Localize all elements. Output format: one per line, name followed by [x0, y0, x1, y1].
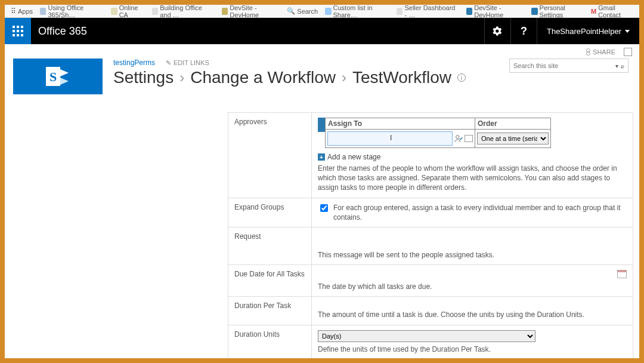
bookmark-apps[interactable]: ⠿ Apps: [8, 6, 35, 17]
bookmark-label: Personal Settings: [540, 4, 584, 19]
site-logo[interactable]: S: [13, 59, 103, 94]
edit-links-label: EDIT LINKS: [174, 59, 209, 66]
settings-button[interactable]: [484, 18, 510, 44]
bookmark-item[interactable]: 🔍Search: [284, 6, 320, 17]
duration-units-select[interactable]: Day(s): [318, 330, 535, 342]
add-stage-button[interactable]: + Add a new stage: [318, 153, 627, 161]
favicon-icon: [222, 8, 228, 15]
label-due-date: Due Date for All Tasks: [228, 265, 312, 297]
help-button[interactable]: ?: [510, 18, 537, 44]
edit-links-button[interactable]: ✎ EDIT LINKS: [166, 59, 209, 67]
focus-button[interactable]: [624, 48, 632, 56]
bookmark-label: Using Office 365/Sh…: [48, 4, 104, 19]
row-cc: CC Notify these people when the workflow…: [228, 359, 633, 363]
favicon-icon: [325, 8, 331, 15]
bookmark-label: Building Office and …: [160, 4, 215, 19]
text-cursor-icon: I: [390, 134, 392, 142]
search-icon[interactable]: ⌕: [620, 63, 626, 69]
pencil-icon: ✎: [166, 59, 171, 67]
svg-rect-2: [21, 26, 23, 28]
sharepoint-icon: S: [44, 62, 72, 91]
expand-groups-text: For each group entered, assign a task to…: [333, 203, 627, 222]
gmail-icon: M: [591, 8, 596, 15]
brand-title: Office 365: [31, 25, 87, 38]
due-date-help: The date by which all tasks are due.: [318, 282, 627, 291]
row-duration-per-task: Duration Per Task The amount of time unt…: [228, 297, 633, 325]
svg-rect-3: [13, 30, 15, 32]
bookmark-label: Seller Dashboard - …: [404, 4, 459, 19]
favicon-icon: [111, 8, 117, 15]
row-approvers: Approvers Assign To Order: [228, 113, 633, 198]
label-approvers: Approvers: [228, 113, 312, 198]
chevron-right-icon: ›: [179, 69, 184, 86]
svg-rect-6: [13, 34, 15, 36]
bookmark-label: Gmail Contact: [598, 4, 633, 19]
svg-text:S: S: [49, 69, 57, 84]
waffle-icon: [13, 26, 23, 36]
bookmark-item[interactable]: DevSite - DevHome: [219, 6, 282, 17]
search-input[interactable]: [512, 61, 614, 70]
page-header: S testingPerms ✎ EDIT LINKS Settings › C…: [5, 56, 639, 100]
breadcrumb-settings[interactable]: Settings: [113, 68, 174, 87]
plus-icon: +: [318, 153, 325, 161]
breadcrumb-change-workflow[interactable]: Change a Workflow: [190, 68, 336, 87]
suite-bar: Office 365 ? TheSharePointHelper: [5, 18, 639, 44]
bookmark-item[interactable]: Online CA: [109, 6, 147, 17]
browse-people-icon[interactable]: [465, 135, 473, 142]
chevron-right-icon: ›: [342, 69, 346, 86]
gear-icon: [492, 26, 503, 36]
page-actions: SHARE: [5, 44, 639, 56]
check-names-icon[interactable]: [454, 134, 463, 143]
favicon-icon: [397, 8, 402, 15]
bookmark-item[interactable]: Building Office and …: [150, 6, 217, 17]
row-request: Request This message will be sent to the…: [228, 227, 633, 264]
app-launcher-button[interactable]: [5, 18, 31, 44]
approvers-help: Enter the names of the people to whom th…: [318, 164, 627, 193]
order-select[interactable]: One at a time (serial): [477, 133, 549, 144]
favicon-icon: [40, 8, 46, 15]
duration-units-help: Define the units of time used by the Dur…: [318, 344, 627, 354]
request-help: This message will be sent to the people …: [318, 250, 627, 260]
info-icon[interactable]: i: [457, 73, 466, 82]
favicon-icon: [531, 8, 537, 15]
duration-per-task-help: The amount of time until a task is due. …: [318, 310, 627, 319]
svg-rect-1: [17, 26, 19, 28]
share-icon: [583, 48, 590, 56]
user-name: TheSharePointHelper: [547, 27, 621, 36]
row-due-date: Due Date for All Tasks The date by which…: [228, 265, 633, 297]
bookmark-item[interactable]: DevSite - DevHome: [464, 6, 527, 17]
user-menu[interactable]: TheSharePointHelper: [537, 18, 639, 44]
share-button[interactable]: SHARE: [583, 48, 615, 56]
site-search[interactable]: ▾ ⌕: [509, 59, 628, 73]
svg-rect-8: [21, 34, 23, 36]
bookmark-item[interactable]: Using Office 365/Sh…: [38, 6, 106, 17]
bookmark-item[interactable]: Personal Settings: [529, 6, 586, 17]
bookmark-label: Custom list in Share…: [333, 4, 390, 19]
assign-to-input[interactable]: I: [327, 131, 453, 146]
fullscreen-icon: [624, 48, 632, 56]
approvers-stage-table: Assign To Order I: [325, 118, 551, 148]
bookmark-label: Search: [297, 8, 318, 15]
stage-handle[interactable]: [318, 118, 325, 132]
bookmark-item[interactable]: Custom list in Share…: [323, 6, 392, 17]
bookmark-item[interactable]: Seller Dashboard - …: [394, 6, 462, 17]
search-icon: 🔍: [287, 7, 295, 15]
bookmark-label: Online CA: [119, 4, 145, 19]
col-assign-to: Assign To: [326, 118, 475, 130]
expand-groups-checkbox[interactable]: [320, 204, 328, 212]
svg-point-11: [456, 136, 459, 139]
label-expand-groups: Expand Groups: [228, 198, 312, 227]
breadcrumb-workflow-name: TestWorkflow: [352, 68, 451, 87]
svg-rect-0: [13, 26, 15, 28]
workflow-form: Approvers Assign To Order: [5, 100, 639, 363]
row-expand-groups: Expand Groups For each group entered, as…: [228, 198, 633, 227]
bookmark-item[interactable]: MGmail Contact: [589, 6, 636, 17]
search-dropdown-icon[interactable]: ▾: [614, 63, 620, 69]
calendar-icon[interactable]: [617, 270, 627, 278]
add-stage-label: Add a new stage: [327, 153, 380, 161]
site-link[interactable]: testingPerms: [113, 59, 155, 67]
favicon-icon: [152, 8, 158, 15]
label-duration-units: Duration Units: [228, 325, 312, 359]
label-cc: CC: [228, 359, 312, 363]
breadcrumb: Settings › Change a Workflow › TestWorkf…: [113, 68, 499, 87]
